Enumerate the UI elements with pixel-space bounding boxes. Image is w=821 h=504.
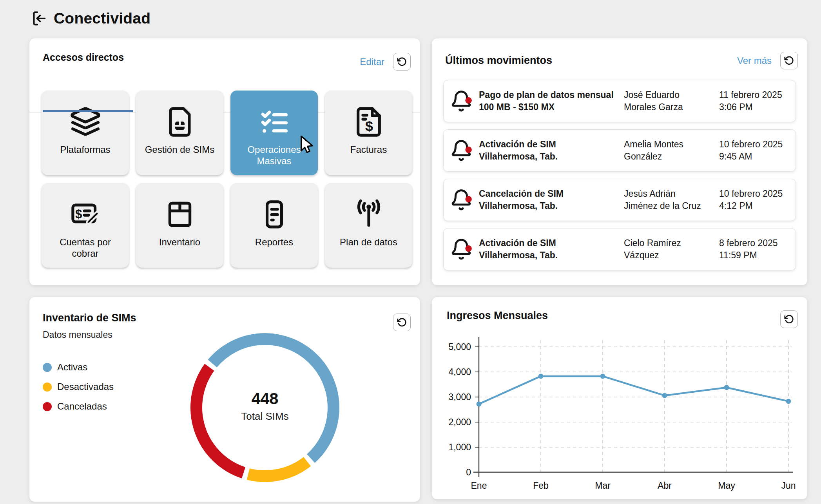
notification-bell-icon [444, 238, 479, 261]
undo-button[interactable] [393, 53, 411, 71]
undo-icon [397, 56, 407, 67]
movement-type: Activación de SIMVillahermosa, Tab. [479, 237, 624, 261]
shortcut-tile-operaciones-masivas[interactable]: Operaciones Masivas [230, 91, 318, 175]
data-point [600, 373, 605, 379]
movement-user-line: Amelia Montes [624, 138, 719, 150]
data-point [538, 373, 544, 379]
y-tick-label: 2,000 [448, 417, 471, 427]
shortcut-tile-cuentas-por-cobrar[interactable]: $Cuentas por cobrar [42, 183, 129, 268]
undo-button[interactable] [780, 52, 798, 69]
data-point [724, 385, 729, 390]
inventory-subtitle: Datos mensuales [43, 330, 136, 340]
shortcut-tile-label: Plan de datos [336, 236, 401, 248]
movement-row[interactable]: Activación de SIMVillahermosa, Tab.Cielo… [443, 228, 796, 270]
movement-datetime: 11 febrero 20253:06 PM [719, 89, 796, 113]
legend-dot-icon [43, 402, 52, 411]
see-more-link[interactable]: Ver más [737, 55, 772, 66]
edit-link[interactable]: Editar [360, 56, 384, 67]
movement-row[interactable]: Pago de plan de datos mensual100 MB - $1… [443, 80, 796, 122]
movement-type-line: Cancelación de SIM [479, 188, 624, 200]
movement-datetime-line: 8 febrero 2025 [719, 237, 796, 249]
shortcut-tile-facturas[interactable]: $Facturas [325, 91, 412, 175]
movement-user-line: Morales Garza [624, 101, 719, 113]
undo-icon [784, 314, 794, 325]
movement-datetime-line: 4:12 PM [719, 200, 796, 212]
movement-type: Cancelación de SIMVillahermosa, Tab. [479, 188, 624, 212]
active-tab-indicator [43, 110, 133, 112]
x-tick-label: Mar [595, 480, 611, 491]
legend-label: Canceladas [57, 401, 107, 412]
shortcut-tile-plataformas[interactable]: Plataformas [42, 91, 129, 175]
income-card: Ingresos Mensuales 01,0002,0003,0004,000… [432, 297, 807, 499]
legend-item: Canceladas [43, 401, 114, 412]
box-icon [164, 198, 196, 231]
movement-datetime-line: 11:59 PM [719, 249, 796, 261]
movement-datetime-line: 3:06 PM [719, 101, 796, 113]
movement-datetime-line: 10 febrero 2025 [719, 138, 796, 150]
notification-bell-icon [444, 189, 479, 211]
shortcut-tile-gesti-n-de-sims[interactable]: Gestión de SIMs [136, 91, 223, 175]
data-point [477, 401, 482, 406]
donut-center: 448 Total SIMs [241, 390, 288, 422]
x-tick-label: Jun [781, 480, 796, 491]
movement-type: Activación de SIMVillahermosa, Tab. [479, 138, 624, 162]
movement-type: Pago de plan de datos mensual100 MB - $1… [479, 89, 624, 113]
x-tick-label: Feb [533, 480, 549, 491]
total-sims-label: Total SIMs [241, 410, 288, 422]
movement-user: Amelia MontesGonzález [624, 138, 719, 162]
data-point [786, 399, 791, 404]
x-tick-label: Abr [658, 480, 672, 491]
inventory-title: Inventario de SIMs [43, 312, 136, 324]
page-header: Conectividad [29, 9, 150, 27]
movements-card: Últimos movimientos Ver más Pago de plan… [432, 38, 807, 285]
invoice-icon: $ [353, 105, 385, 138]
movement-user: Cielo RamírezVázquez [624, 237, 719, 261]
notification-bell-icon [444, 139, 479, 162]
shortcut-tile-plan-de-datos[interactable]: Plan de datos [325, 183, 412, 268]
shortcuts-card: Accesos directos Editar PlataformasGesti… [29, 38, 420, 285]
movement-row[interactable]: Activación de SIMVillahermosa, Tab.Ameli… [443, 129, 796, 172]
shortcut-tile-label: Reportes [251, 236, 297, 248]
movement-datetime: 10 febrero 20259:45 AM [719, 138, 796, 162]
y-tick-label: 0 [466, 467, 471, 477]
donut-segment-canceladas [196, 367, 244, 473]
back-logout-icon[interactable] [29, 9, 47, 27]
movement-datetime: 10 febrero 20254:12 PM [719, 188, 796, 212]
movement-user: Jesús AdriánJiménez de la Cruz [624, 188, 719, 212]
legend-label: Desactivadas [57, 381, 114, 392]
movement-user: José EduardoMorales Garza [624, 89, 719, 113]
movement-user-line: Jiménez de la Cruz [624, 200, 719, 212]
tab-accesos-directos[interactable]: Accesos directos [43, 52, 124, 72]
shortcut-tile-label: Operaciones Masivas [230, 144, 318, 167]
sim-card-icon [164, 105, 196, 138]
movement-datetime-line: 10 febrero 2025 [719, 188, 796, 200]
x-tick-label: Ene [471, 480, 487, 491]
undo-button[interactable] [393, 314, 411, 331]
movement-user-line: Jesús Adrián [624, 188, 719, 200]
shortcut-tile-inventario[interactable]: Inventario [136, 183, 223, 268]
shortcut-tile-reportes[interactable]: Reportes [230, 183, 318, 268]
legend-item: Desactivadas [43, 381, 114, 392]
movements-list: Pago de plan de datos mensual100 MB - $1… [443, 80, 796, 270]
shortcut-tile-label: Cuentas por cobrar [42, 236, 129, 259]
y-tick-label: 1,000 [448, 442, 471, 452]
undo-icon [784, 55, 794, 66]
movement-row[interactable]: Cancelación de SIMVillahermosa, Tab.Jesú… [443, 179, 796, 221]
movement-user-line: Vázquez [624, 249, 719, 261]
movement-datetime-line: 11 febrero 2025 [719, 89, 796, 101]
notification-bell-icon [444, 90, 479, 112]
tab-label: Accesos directos [43, 52, 124, 63]
legend-dot-icon [43, 383, 52, 392]
donut-segment-desactivadas [248, 462, 307, 476]
x-tick-label: May [718, 480, 735, 491]
y-tick-label: 4,000 [448, 367, 471, 377]
page-title: Conectividad [54, 10, 150, 27]
movement-datetime: 8 febrero 202511:59 PM [719, 237, 796, 261]
y-tick-label: 3,000 [448, 392, 471, 402]
data-point [662, 393, 667, 398]
antenna-icon [353, 198, 385, 231]
movement-user-line: José Eduardo [624, 89, 719, 101]
income-title: Ingresos Mensuales [447, 310, 548, 322]
total-sims-value: 448 [241, 390, 288, 408]
income-line-chart: 01,0002,0003,0004,0005,000EneFebMarAbrMa… [442, 325, 800, 494]
